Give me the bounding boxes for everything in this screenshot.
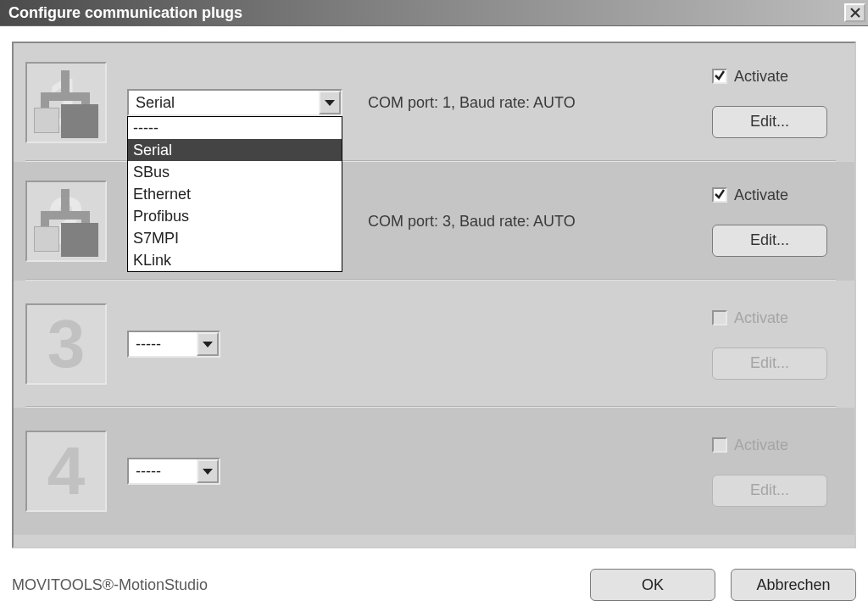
chevron-down-icon xyxy=(203,469,213,475)
config-panel: 1 Serial ----- Serial SBus Ethernet Prof… xyxy=(12,42,856,548)
footer-brand: MOVITOOLS®-MotionStudio xyxy=(12,576,208,594)
dropdown-button[interactable] xyxy=(197,459,219,483)
plug-icon xyxy=(34,70,98,135)
dropdown-option[interactable]: Serial xyxy=(128,139,342,161)
chevron-down-icon xyxy=(325,100,335,106)
dropdown-button[interactable] xyxy=(197,332,219,356)
dropdown-option[interactable]: S7MPI xyxy=(128,227,342,249)
dropdown-option[interactable]: ----- xyxy=(128,117,342,139)
slot-icon-3: 3 xyxy=(25,303,107,385)
activate-row-2: Activate xyxy=(712,186,836,204)
dropdown-option[interactable]: SBus xyxy=(128,161,342,183)
plug-icon xyxy=(34,189,98,253)
activate-label: Activate xyxy=(734,436,788,454)
activate-label: Activate xyxy=(734,68,788,86)
slot-number: 4 xyxy=(27,432,105,510)
activate-checkbox-4[interactable] xyxy=(712,437,727,453)
slot-icon-1: 1 xyxy=(25,62,107,143)
select-value: ----- xyxy=(136,463,161,481)
dropdown-option[interactable]: Ethernet xyxy=(128,183,342,205)
activate-label: Activate xyxy=(734,309,788,327)
chevron-down-icon xyxy=(203,342,213,347)
slot-status-1: COM port: 1, Baud rate: AUTO xyxy=(368,94,656,112)
cancel-button[interactable]: Abbrechen xyxy=(731,569,856,601)
ok-button[interactable]: OK xyxy=(590,569,715,601)
activate-row-3: Activate xyxy=(712,309,836,327)
select-value: ----- xyxy=(136,336,161,353)
dropdown-option[interactable]: KLink xyxy=(128,249,342,271)
dropdown-list[interactable]: ----- Serial SBus Ethernet Profibus S7MP… xyxy=(127,116,342,272)
plug-type-select-4[interactable]: ----- xyxy=(127,458,220,485)
activate-row-4: Activate xyxy=(712,436,836,454)
titlebar: Configure communication plugs xyxy=(0,0,868,26)
plug-type-select-1[interactable]: Serial ----- Serial SBus Ethernet Profib… xyxy=(127,89,342,116)
edit-button-1[interactable]: Edit... xyxy=(712,106,827,138)
slot-row-3: 3 ----- Activate Edit... xyxy=(14,281,854,408)
slot-row-1: 1 Serial ----- Serial SBus Ethernet Prof… xyxy=(14,43,854,162)
select-value: Serial xyxy=(136,94,175,112)
activate-checkbox-3[interactable] xyxy=(712,310,727,325)
slot-icon-4: 4 xyxy=(25,431,107,512)
activate-checkbox-1[interactable] xyxy=(712,69,727,84)
activate-label: Activate xyxy=(734,186,788,204)
slot-row-4: 4 ----- Activate Edit... xyxy=(14,408,854,535)
dropdown-button[interactable] xyxy=(319,91,341,114)
activate-row-1: Activate xyxy=(712,68,836,86)
plug-type-select-3[interactable]: ----- xyxy=(127,331,220,358)
close-button[interactable] xyxy=(844,3,865,22)
close-icon xyxy=(849,8,861,18)
window-title: Configure communication plugs xyxy=(8,4,242,22)
slot-number: 3 xyxy=(27,305,105,383)
edit-button-4: Edit... xyxy=(712,475,827,507)
footer: MOVITOOLS®-MotionStudio OK Abbrechen xyxy=(0,564,868,606)
slot-status-2: COM port: 3, Baud rate: AUTO xyxy=(368,213,656,231)
activate-checkbox-2[interactable] xyxy=(712,187,727,203)
slot-icon-2: 2 xyxy=(25,181,107,262)
dropdown-option[interactable]: Profibus xyxy=(128,205,342,227)
edit-button-3: Edit... xyxy=(712,347,827,380)
edit-button-2[interactable]: Edit... xyxy=(712,225,827,257)
